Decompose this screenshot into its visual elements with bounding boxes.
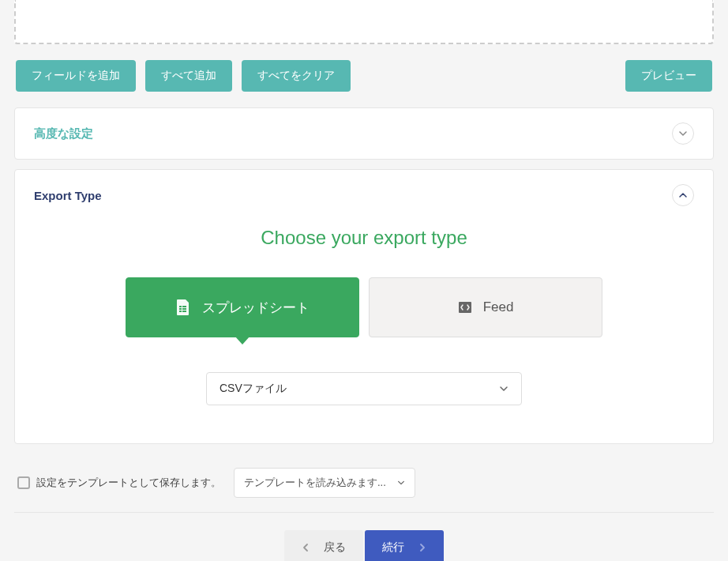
save-template-checkbox[interactable]: 設定をテンプレートとして保存します。 <box>17 476 221 490</box>
chevron-down-icon <box>672 122 694 145</box>
next-button[interactable]: 続行 <box>365 530 444 561</box>
chevron-up-icon <box>672 184 694 206</box>
code-icon <box>458 300 472 314</box>
chevron-right-icon <box>418 543 426 552</box>
chevron-left-icon <box>302 543 310 552</box>
checkbox-icon <box>17 476 30 489</box>
save-template-label: 設定をテンプレートとして保存します。 <box>36 476 221 490</box>
add-field-button[interactable]: フィールドを追加 <box>16 60 136 92</box>
field-drop-area[interactable] <box>14 0 714 44</box>
svg-rect-3 <box>182 308 186 310</box>
svg-rect-5 <box>182 311 186 312</box>
chevron-down-icon <box>499 384 508 393</box>
svg-rect-4 <box>179 311 182 312</box>
file-format-value: CSVファイル <box>220 382 287 396</box>
back-button[interactable]: 戻る <box>284 530 363 561</box>
wizard-nav: 戻る 続行 <box>14 513 714 561</box>
load-template-select[interactable]: テンプレートを読み込みます... <box>234 468 415 498</box>
file-format-select[interactable]: CSVファイル <box>206 372 522 405</box>
advanced-settings-panel: 高度な設定 <box>14 107 714 160</box>
svg-rect-1 <box>182 306 186 307</box>
export-type-options: スプレッドシート Feed <box>34 277 694 337</box>
svg-rect-0 <box>179 306 182 307</box>
feed-label: Feed <box>483 299 514 315</box>
advanced-settings-header[interactable]: 高度な設定 <box>15 108 713 159</box>
clear-all-button[interactable]: すべてをクリア <box>242 60 351 92</box>
spreadsheet-option[interactable]: スプレッドシート <box>126 277 359 337</box>
chevron-down-icon <box>397 479 405 487</box>
spreadsheet-label: スプレッドシート <box>202 299 310 317</box>
advanced-settings-title: 高度な設定 <box>34 126 93 141</box>
load-template-label: テンプレートを読み込みます... <box>244 476 386 490</box>
next-label: 続行 <box>382 540 404 555</box>
back-label: 戻る <box>324 540 346 555</box>
template-row: 設定をテンプレートとして保存します。 テンプレートを読み込みます... <box>14 454 714 513</box>
export-type-title: Export Type <box>34 189 102 202</box>
export-type-header[interactable]: Export Type <box>15 170 713 220</box>
export-type-panel: Export Type Choose your export type スプレッ… <box>14 169 714 444</box>
preview-button[interactable]: プレビュー <box>625 60 712 92</box>
field-buttons-row: フィールドを追加 すべて追加 すべてをクリア プレビュー <box>14 60 714 92</box>
feed-option[interactable]: Feed <box>369 277 602 337</box>
choose-export-heading: Choose your export type <box>34 227 694 249</box>
svg-rect-2 <box>179 308 182 310</box>
spreadsheet-icon <box>175 299 191 316</box>
add-all-button[interactable]: すべて追加 <box>145 60 232 92</box>
export-type-body: Choose your export type スプレッドシート Feed <box>15 220 713 443</box>
